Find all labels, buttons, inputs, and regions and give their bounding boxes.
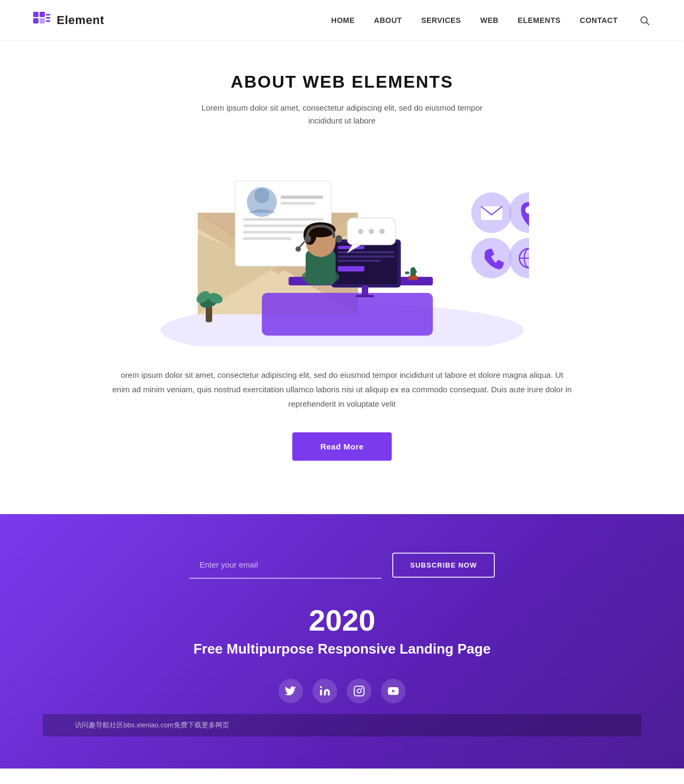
subscribe-button[interactable]: SUBSCRIBE NOW	[392, 553, 495, 578]
svg-rect-23	[243, 237, 291, 240]
svg-point-47	[369, 229, 374, 234]
svg-rect-33	[362, 285, 368, 296]
hero-illustration	[155, 149, 529, 346]
nav-web[interactable]: WEB	[480, 16, 499, 25]
about-body-text: orem ipsum dolor sit amet, consectetur a…	[112, 368, 572, 411]
site-header: Element HOME ABOUT SERVICES WEB ELEMENTS…	[0, 0, 684, 40]
logo-text: Element	[57, 13, 104, 27]
instagram-link[interactable]	[347, 679, 371, 703]
svg-line-8	[647, 22, 649, 25]
footer-year: 2020	[43, 606, 641, 635]
subscribe-form: SUBSCRIBE NOW	[43, 552, 641, 579]
email-input[interactable]	[189, 552, 382, 579]
svg-point-43	[296, 246, 301, 252]
svg-point-48	[379, 229, 385, 234]
svg-rect-20	[243, 218, 323, 221]
svg-rect-69	[413, 270, 417, 273]
search-icon	[639, 15, 650, 26]
twitter-link[interactable]	[278, 679, 303, 703]
svg-rect-40	[305, 235, 311, 243]
nav-elements[interactable]: ELEMENTS	[518, 16, 561, 25]
svg-point-73	[357, 689, 361, 693]
illustration-wrapper	[155, 149, 529, 346]
watermark-text: 访问趣导航社区bbs.xieniao.com免费下载更多网页	[75, 720, 229, 730]
svg-rect-4	[46, 14, 50, 15]
search-button[interactable]	[637, 13, 652, 28]
about-subtitle: Lorem ipsum dolor sit amet, consectetur …	[192, 102, 492, 127]
nav-contact[interactable]: CONTACT	[580, 16, 618, 25]
svg-rect-5	[46, 17, 50, 19]
svg-point-74	[361, 688, 363, 689]
nav-about[interactable]: ABOUT	[374, 16, 402, 25]
svg-point-17	[254, 188, 269, 203]
svg-rect-58	[206, 306, 212, 322]
svg-rect-6	[46, 20, 50, 22]
svg-rect-1	[40, 12, 45, 17]
read-more-button[interactable]: Read More	[292, 432, 391, 461]
svg-rect-24	[262, 293, 433, 336]
svg-rect-21	[243, 224, 313, 227]
youtube-link[interactable]	[381, 679, 406, 703]
main-nav: HOME ABOUT SERVICES WEB ELEMENTS CONTACT	[331, 13, 652, 28]
svg-rect-32	[338, 266, 364, 271]
svg-rect-3	[40, 18, 45, 24]
svg-rect-41	[336, 235, 342, 243]
svg-rect-34	[356, 295, 374, 297]
svg-rect-68	[405, 271, 409, 274]
svg-rect-19	[281, 202, 315, 205]
footer-tagline: Free Multipurpose Responsive Landing Pag…	[43, 641, 641, 657]
svg-rect-70	[408, 276, 418, 280]
svg-rect-29	[338, 251, 394, 253]
linkedin-icon	[319, 685, 331, 697]
svg-point-71	[320, 686, 322, 688]
social-icons-row	[43, 679, 641, 703]
about-title: ABOUT WEB ELEMENTS	[43, 72, 641, 92]
subscribe-section: SUBSCRIBE NOW 2020 Free Multipurpose Res…	[0, 514, 684, 769]
svg-rect-0	[33, 12, 38, 17]
svg-rect-30	[338, 255, 394, 258]
svg-rect-72	[354, 686, 364, 696]
nav-home[interactable]: HOME	[331, 16, 355, 25]
youtube-icon	[387, 685, 399, 697]
svg-rect-31	[338, 260, 380, 262]
logo-link[interactable]: Element	[32, 11, 104, 30]
about-section: ABOUT WEB ELEMENTS Lorem ipsum dolor sit…	[0, 40, 684, 514]
watermark-bar: 访问趣导航社区bbs.xieniao.com免费下载更多网页	[43, 714, 641, 736]
instagram-icon	[353, 685, 365, 697]
svg-rect-2	[33, 18, 38, 24]
svg-point-46	[358, 229, 363, 234]
svg-rect-18	[281, 196, 323, 199]
logo-icon	[32, 11, 51, 30]
nav-services[interactable]: SERVICES	[421, 16, 461, 25]
linkedin-link[interactable]	[313, 679, 337, 703]
twitter-icon	[285, 685, 297, 697]
